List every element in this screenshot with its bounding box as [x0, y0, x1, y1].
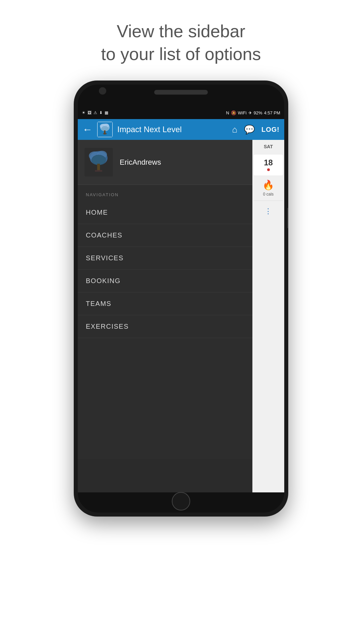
divider: [254, 201, 283, 201]
app-title: Impact Next Level: [117, 125, 227, 134]
home-button[interactable]: ⌂: [232, 124, 237, 135]
logo-tree-icon: [98, 122, 112, 137]
main-content: EricAndrews NAVIGATION HOME COACHES SERV…: [78, 140, 284, 492]
screen: ☀ 🖼 ⚠ ⬇ ▦ N 🔕 WiFi ✈ 92% 4:57 PM ←: [78, 106, 284, 492]
airplane-icon: ✈: [248, 110, 252, 115]
time-display: 4:57 PM: [264, 110, 280, 115]
wifi-icon: WiFi: [238, 110, 247, 115]
instruction-line2: to your list of options: [101, 44, 261, 64]
side-button: [287, 208, 288, 228]
avatar-tree-icon: [84, 148, 113, 176]
status-bar: ☀ 🖼 ⚠ ⬇ ▦ N 🔕 WiFi ✈ 92% 4:57 PM: [78, 106, 284, 119]
more-options-button[interactable]: ⋮: [252, 202, 284, 220]
cast-icon: ▦: [105, 110, 108, 115]
username-label: EricAndrews: [120, 158, 161, 167]
calendar-date-number: 18: [255, 158, 281, 167]
status-right-info: N 🔕 WiFi ✈ 92% 4:57 PM: [226, 110, 280, 115]
calendar-date-box: 18: [254, 155, 283, 175]
mute-icon: 🔕: [231, 110, 236, 115]
svg-rect-6: [103, 133, 107, 134]
phone-speaker: [154, 90, 208, 95]
calendar-peek: SAT 18 🔥 0 cals ⋮: [252, 140, 284, 492]
log-button[interactable]: LOG!: [261, 126, 280, 133]
alert-icon: ⚠: [94, 110, 97, 115]
calories-label: 0 cals: [252, 192, 284, 199]
status-left-icons: ☀ 🖼 ⚠ ⬇ ▦: [82, 110, 108, 115]
phone-camera: [99, 87, 106, 95]
chat-button[interactable]: 💬: [244, 124, 255, 135]
app-toolbar: ← Impact Next Level ⌂: [78, 119, 284, 140]
phone-frame: ☀ 🖼 ⚠ ⬇ ▦ N 🔕 WiFi ✈ 92% 4:57 PM ←: [74, 80, 288, 517]
download-icon: ⬇: [99, 110, 103, 115]
back-button[interactable]: ←: [82, 124, 93, 135]
instruction-text: View the sidebar to your list of options: [0, 0, 362, 79]
app-logo: [97, 122, 113, 137]
calendar-day-label: SAT: [252, 140, 284, 153]
user-avatar: [84, 148, 113, 176]
svg-point-12: [92, 155, 106, 165]
image-icon: 🖼: [87, 110, 92, 115]
brightness-icon: ☀: [82, 110, 85, 115]
battery-level: 92%: [254, 110, 262, 115]
fire-icon: 🔥: [252, 177, 284, 192]
toolbar-action-icons: ⌂ 💬 LOG!: [232, 124, 280, 135]
svg-rect-14: [95, 170, 102, 172]
phone-inner: ☀ 🖼 ⚠ ⬇ ▦ N 🔕 WiFi ✈ 92% 4:57 PM ←: [78, 85, 284, 513]
instruction-line1: View the sidebar: [117, 21, 245, 41]
phone-home-button[interactable]: [172, 492, 190, 511]
nfc-icon: N: [226, 110, 229, 115]
calendar-dot-indicator: [267, 168, 270, 171]
